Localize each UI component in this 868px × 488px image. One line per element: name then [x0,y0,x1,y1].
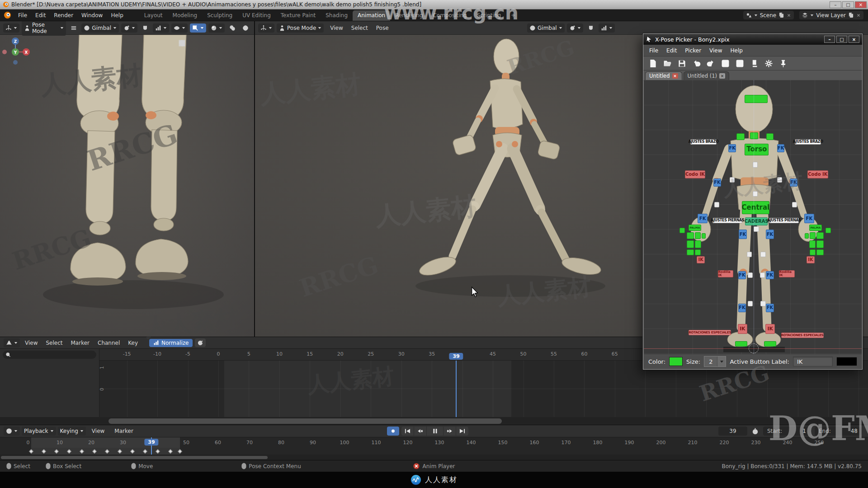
picker-neck-base[interactable] [750,132,758,139]
current-frame-badge[interactable]: 39 [144,439,158,446]
orientation-selector[interactable]: Gimbal [81,23,119,33]
picker-canvas[interactable]: TorsoAJUSTES BRAZOAJUSTES BRAZOFKFKCodo … [644,80,862,354]
snap-toggle[interactable] [140,23,151,33]
collapsed-menus-button[interactable] [68,23,79,33]
stamp-icon[interactable] [750,59,759,68]
workspace-tab-texture-paint[interactable]: Texture Paint [276,10,321,21]
editor-type-button[interactable] [4,427,20,436]
graph-menu-channel[interactable]: Channel [94,338,124,347]
picker-codo-ik-right[interactable]: Codo IK [807,170,828,178]
picker-foot-right[interactable] [764,341,776,347]
snap-toggle[interactable] [585,23,596,33]
picker-fk-hip-left[interactable]: FK [739,230,746,239]
workspace-tab-modeling[interactable]: Modeling [168,10,203,21]
menu-window[interactable]: Window [77,11,107,20]
picker-fk-shoulder-right[interactable]: FK [777,144,785,152]
picker-spine-6[interactable] [792,202,797,207]
picker-hand-right-6[interactable] [816,249,824,256]
menu-edit[interactable]: Edit [31,11,50,20]
editor-type-button[interactable] [4,338,20,347]
picker-rodilla-ik-left[interactable]: Rodilla IK [718,270,734,277]
timeline-menu-marker[interactable]: Marker [110,427,137,436]
editor-type-button[interactable] [258,23,274,33]
menu-file[interactable]: File [14,11,31,20]
timeline-track[interactable] [0,448,868,455]
picker-palma-left[interactable]: PALMA [689,225,701,231]
picker-rodilla-ik-right[interactable]: Rodilla IK [779,270,795,277]
picker-rotaciones-especiales-right[interactable]: ROTACIONES ESPECIALES [781,333,824,338]
picker-fk-ankle-right[interactable]: FK [766,304,774,312]
picker-ajustes-brazo-right[interactable]: AJUSTES BRAZO [795,139,821,145]
timeline-menu-playback[interactable]: Playback [22,427,56,436]
viewport-menu-select[interactable]: Select [347,23,372,33]
save-icon[interactable] [678,59,686,68]
picker-knee-dot-left[interactable] [748,272,753,278]
picker-ik-wrist-right[interactable]: IK [807,256,814,263]
overlays-toggle[interactable] [227,23,238,33]
active-button-label-field[interactable]: IK [793,357,833,366]
picker-ajustes-piernas-left[interactable]: AJUSTES PIERNAS [712,218,742,223]
channel-region[interactable] [0,349,99,417]
new-scene-icon[interactable] [778,12,784,18]
maximize-button[interactable]: □ [836,36,847,43]
graph-playhead[interactable] [456,361,457,417]
select-tool-button[interactable] [190,23,206,33]
picker-fk-ankle-left[interactable]: FK [738,304,746,312]
picker-fk-wrist-left[interactable]: FK [698,214,707,223]
picker-fk-elbow-left[interactable]: FK [713,178,721,187]
gizmo-z-label[interactable]: Z [14,39,17,44]
channel-search-field[interactable] [3,351,96,359]
picker-ajustes-brazo-left[interactable]: AJUSTES BRAZO [690,139,717,145]
picker-hand-right-thumb[interactable] [826,228,831,233]
shading-mode-selector[interactable] [208,23,225,33]
new-file-icon[interactable] [649,59,657,68]
graph-menu-select[interactable]: Select [42,338,66,347]
viewport-menu-view[interactable]: View [326,23,347,33]
xpose-menu-file[interactable]: File [645,46,662,55]
undo-icon[interactable] [692,59,701,68]
navigation-gizmo[interactable]: Z X Y [0,35,31,66]
picker-fk-elbow-right[interactable]: FK [790,178,797,187]
picker-head-top[interactable] [745,95,768,103]
picker-hand-right-7[interactable] [810,249,816,256]
picker-hand-right-2[interactable] [810,232,816,239]
picker-shin-dot-left[interactable] [748,301,753,306]
minimize-button[interactable]: – [830,1,841,8]
menu-render[interactable]: Render [50,11,77,20]
workspace-tab-item[interactable]: + [506,10,520,21]
timeline-menu-view[interactable]: View [88,427,108,436]
add-tab-icon[interactable] [721,59,730,68]
jump-start-button[interactable] [401,427,414,436]
picker-hand-left-7[interactable] [695,249,701,256]
stop-icon[interactable] [413,463,420,469]
workspace-tab-compositing[interactable]: Compositing [428,10,472,21]
workspace-tab-shading[interactable]: Shading [321,10,353,21]
snap-settings[interactable] [153,23,169,33]
pivot-point-selector[interactable] [567,23,583,33]
timeline-ruler[interactable]: 0102030506070809010011012013014015016017… [0,437,868,448]
picker-thigh-right[interactable] [760,252,765,257]
xpose-menu-picker[interactable]: Picker [681,46,705,55]
view-layer-selector[interactable]: View Layer [799,11,863,19]
size-dropdown-arrow[interactable] [717,357,726,366]
graph-menu-view[interactable]: View [21,338,42,347]
picker-fk-shoulder-left[interactable]: FK [728,144,736,152]
graph-menu-marker[interactable]: Marker [67,338,94,347]
workspace-tab-layout[interactable]: Layout [139,10,168,21]
close-button[interactable]: × [855,1,867,8]
proportional-edit-selector[interactable] [171,23,188,33]
picker-spine-2[interactable] [730,177,735,183]
normalize-button[interactable]: Normalize [149,339,193,347]
picker-spine-3[interactable] [777,177,782,183]
orientation-selector[interactable]: Gimbal [527,23,565,33]
picker-hand-right-5[interactable] [809,240,816,248]
picker-fk-knee-left[interactable]: FK [738,271,746,279]
gizmo-minus-z-dot[interactable] [13,60,18,65]
jump-end-button[interactable] [456,427,468,436]
prev-keyframe-button[interactable] [414,427,426,436]
pivot-point-selector[interactable] [121,23,137,33]
new-layer-icon[interactable] [848,12,854,18]
workspace-tab-animation[interactable]: Animation [353,10,390,21]
pin-icon[interactable] [779,59,788,68]
unlink-scene-icon[interactable] [787,13,791,18]
